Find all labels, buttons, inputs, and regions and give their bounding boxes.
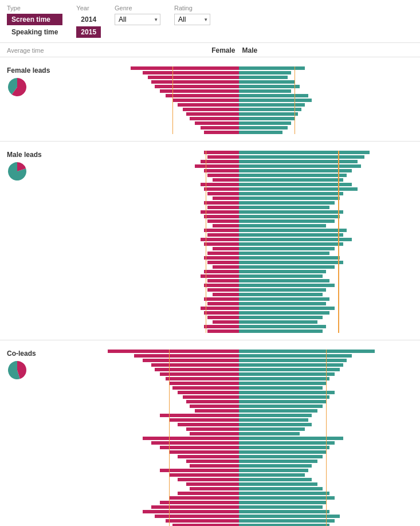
bar-female xyxy=(131,66,239,70)
female-side xyxy=(64,302,239,305)
bar-male xyxy=(239,446,329,449)
male-side xyxy=(239,279,414,282)
bar-male xyxy=(239,293,323,296)
bar-male xyxy=(239,169,352,172)
bar-female xyxy=(207,261,239,264)
bar-female xyxy=(190,464,238,468)
female-side xyxy=(64,117,239,120)
bar-female xyxy=(213,197,239,200)
bar-male xyxy=(239,464,312,468)
female-side xyxy=(64,155,239,159)
male-side xyxy=(239,320,414,324)
male-side xyxy=(239,89,414,93)
bar-female xyxy=(204,242,239,246)
female-side xyxy=(64,505,239,509)
female-side xyxy=(64,418,239,422)
bar-male xyxy=(239,450,326,454)
male-side xyxy=(239,229,414,232)
bar-row xyxy=(64,478,413,481)
rating-select[interactable]: All G PG PG-13 R NC-17 xyxy=(174,14,210,25)
bar-female xyxy=(204,215,239,218)
bar-male xyxy=(239,307,335,310)
male-side xyxy=(239,297,414,301)
rating-control: Rating All G PG PG-13 R NC-17 xyxy=(174,5,210,25)
bar-row xyxy=(64,117,413,120)
year-2015-button[interactable]: 2015 xyxy=(76,26,101,38)
app-container: Type Screen time Speaking time Year 2014… xyxy=(0,0,420,526)
genre-select[interactable]: All Action Comedy Drama Horror Romance xyxy=(115,14,160,25)
male-side xyxy=(239,519,414,523)
speaking-time-button[interactable]: Speaking time xyxy=(7,26,62,38)
male-side xyxy=(239,437,414,440)
bar-male xyxy=(239,201,335,205)
female-side xyxy=(64,108,239,111)
male-side xyxy=(239,450,414,454)
bar-row xyxy=(64,302,413,305)
bar-row xyxy=(64,469,413,472)
male-side xyxy=(239,473,414,477)
bar-female xyxy=(178,103,239,107)
female-side xyxy=(64,99,239,102)
section-title-co-leads: Co-leads xyxy=(7,350,64,358)
bar-female xyxy=(213,265,239,269)
bar-female xyxy=(207,174,239,177)
female-side xyxy=(64,94,239,97)
bar-row xyxy=(64,329,413,333)
female-side xyxy=(64,320,239,324)
bar-female xyxy=(204,256,239,260)
bar-row xyxy=(64,206,413,209)
female-side xyxy=(64,247,239,250)
bar-female xyxy=(204,284,239,287)
bar-row xyxy=(64,178,413,182)
bar-row xyxy=(64,160,413,163)
male-side xyxy=(239,80,414,84)
male-side xyxy=(239,302,414,305)
type-buttons: Screen time Speaking time xyxy=(7,14,62,38)
male-side xyxy=(239,71,414,74)
bar-row xyxy=(64,391,413,394)
bar-row xyxy=(64,238,413,241)
male-side xyxy=(239,427,414,431)
pie-chart-female-leads xyxy=(7,77,28,97)
female-side xyxy=(64,297,239,301)
female-side xyxy=(64,487,239,490)
male-side xyxy=(239,359,414,362)
bar-row xyxy=(64,233,413,237)
female-side xyxy=(64,126,239,129)
male-side xyxy=(239,386,414,390)
bar-male xyxy=(239,238,352,241)
bar-row xyxy=(64,455,413,458)
bar-row xyxy=(64,80,413,84)
female-side xyxy=(64,450,239,454)
year-2014-button[interactable]: 2014 xyxy=(76,14,101,25)
female-side xyxy=(64,354,239,358)
bar-row xyxy=(64,71,413,74)
bar-female xyxy=(166,377,239,380)
male-side xyxy=(239,505,414,509)
bar-female xyxy=(213,224,239,227)
bar-male xyxy=(239,359,347,362)
chart-header: Average time Female Male xyxy=(0,43,420,57)
bar-row xyxy=(64,377,413,380)
male-side xyxy=(239,492,414,495)
bar-female xyxy=(186,400,238,403)
male-side xyxy=(239,66,414,70)
bar-female xyxy=(201,307,239,310)
section-bars-female-leads xyxy=(64,66,413,134)
male-side xyxy=(239,155,414,159)
bar-female xyxy=(143,437,238,440)
bar-male xyxy=(239,423,312,426)
bar-male xyxy=(239,325,326,328)
bar-male xyxy=(239,197,340,200)
bar-row xyxy=(64,464,413,468)
female-side xyxy=(64,359,239,362)
bar-female xyxy=(213,320,239,324)
male-side xyxy=(239,316,414,319)
bar-female xyxy=(143,71,238,74)
bar-female xyxy=(172,386,239,390)
bar-row xyxy=(64,350,413,353)
screen-time-button[interactable]: Screen time xyxy=(7,14,62,25)
bar-female xyxy=(207,329,239,333)
female-side xyxy=(64,368,239,371)
female-side xyxy=(64,192,239,195)
